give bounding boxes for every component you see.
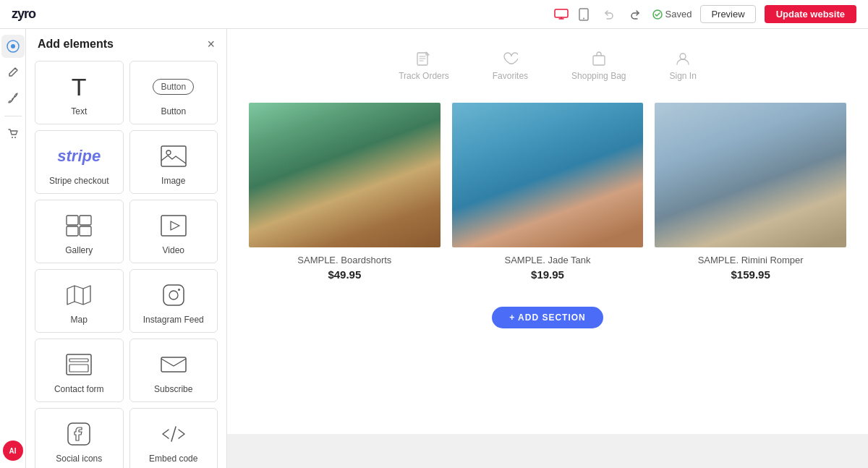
product-img-3: [655, 103, 846, 247]
stripe-element-label: Stripe checkout: [49, 176, 109, 186]
svg-rect-15: [163, 285, 184, 305]
subscribe-element-icon: [156, 351, 191, 378]
canvas-footer: [227, 434, 868, 468]
svg-rect-10: [67, 216, 78, 225]
element-card-stripe[interactable]: stripe Stripe checkout: [35, 130, 124, 194]
instagram-element-icon: [156, 281, 191, 309]
image-element-label: Image: [161, 176, 185, 186]
products-grid: SAMPLE. Boardshorts $49.95 SAMPLE. Jade …: [227, 95, 868, 295]
nav-icons-row: Track Orders Favorites Shopping Bag: [227, 29, 868, 95]
image-element-icon: [156, 142, 191, 170]
svg-rect-14: [161, 216, 186, 236]
sidebar-item-ai[interactable]: AI: [3, 441, 23, 461]
svg-point-2: [583, 17, 584, 19]
gallery-element-icon: [61, 212, 96, 239]
nav-favorites[interactable]: Favorites: [493, 51, 528, 81]
add-section-bar: + ADD SECTION: [227, 295, 868, 340]
embed-element-label: Embed code: [149, 454, 197, 464]
website-canvas: Track Orders Favorites Shopping Bag: [227, 29, 868, 434]
svg-rect-21: [161, 357, 186, 372]
canvas-area: Track Orders Favorites Shopping Bag: [227, 29, 868, 468]
element-card-contactform[interactable]: Contact form: [35, 339, 124, 402]
instagram-element-label: Instagram Feed: [143, 315, 204, 325]
product-name-3: SAMPLE. Rimini Romper: [698, 255, 804, 265]
main-layout: AI Add elements × T Text Button Button: [0, 29, 868, 468]
stripe-element-icon: stripe: [61, 142, 96, 170]
nav-shopping-bag-label: Shopping Bag: [571, 71, 626, 81]
social-element-label: Social icons: [56, 454, 102, 464]
svg-point-5: [11, 44, 15, 48]
update-website-btn[interactable]: Update website: [765, 5, 856, 23]
svg-point-25: [680, 54, 686, 59]
panel-title: Add elements: [38, 38, 114, 51]
element-card-image[interactable]: Image: [129, 130, 218, 194]
svg-point-7: [14, 137, 16, 138]
product-name-2: SAMPLE. Jade Tank: [504, 255, 590, 265]
tablet-icon-btn[interactable]: [576, 5, 592, 24]
nav-track-orders[interactable]: Track Orders: [399, 51, 449, 81]
product-price-1: $49.95: [328, 268, 361, 281]
element-card-map[interactable]: Map: [35, 269, 124, 333]
sidebar-divider: [4, 116, 22, 116]
svg-rect-12: [67, 226, 78, 236]
nav-shopping-bag[interactable]: Shopping Bag: [571, 51, 626, 81]
elements-grid: T Text Button Button stripe Stripe check…: [35, 61, 218, 468]
desktop-icon-btn[interactable]: [551, 6, 571, 23]
element-card-subscribe[interactable]: Subscribe: [129, 339, 218, 402]
svg-rect-13: [80, 226, 91, 236]
product-card-3[interactable]: SAMPLE. Rimini Romper $159.95: [655, 103, 846, 281]
product-img-1: [249, 103, 441, 247]
panel-close-btn[interactable]: ×: [207, 38, 215, 51]
svg-point-16: [169, 291, 178, 299]
element-card-gallery[interactable]: Gallery: [35, 200, 124, 263]
video-element-icon: [156, 212, 191, 239]
sidebar-item-brush[interactable]: [1, 87, 25, 110]
svg-point-9: [166, 150, 171, 155]
nav-sign-in[interactable]: Sign In: [669, 51, 696, 81]
embed-element-icon: [156, 420, 191, 448]
product-price-3: $159.95: [731, 268, 770, 281]
svg-rect-11: [80, 216, 91, 225]
panel-header: Add elements ×: [35, 38, 218, 51]
add-section-btn[interactable]: + ADD SECTION: [492, 307, 603, 328]
product-name-1: SAMPLE. Boardshorts: [297, 255, 391, 265]
gallery-element-label: Gallery: [65, 245, 93, 255]
product-img-2: [452, 103, 644, 247]
element-card-embed[interactable]: Embed code: [129, 408, 218, 468]
topbar-right: Saved Preview Update website: [551, 5, 856, 24]
contactform-element-label: Contact form: [54, 384, 104, 394]
element-card-text[interactable]: T Text: [35, 61, 124, 124]
svg-point-6: [12, 137, 13, 138]
add-elements-panel: Add elements × T Text Button Button: [26, 29, 227, 468]
element-card-instagram[interactable]: Instagram Feed: [129, 269, 218, 333]
sidebar-item-elements[interactable]: [1, 35, 25, 58]
video-element-label: Video: [163, 245, 184, 255]
svg-point-17: [178, 289, 180, 291]
text-element-label: Text: [71, 106, 87, 116]
nav-track-label: Track Orders: [399, 71, 449, 81]
saved-indicator: Saved: [652, 9, 692, 20]
element-card-video[interactable]: Video: [129, 200, 218, 263]
svg-rect-24: [593, 56, 605, 65]
element-card-social[interactable]: Social icons: [35, 408, 124, 468]
svg-rect-8: [161, 146, 186, 166]
contactform-element-icon: [61, 351, 96, 378]
saved-label: Saved: [665, 9, 692, 20]
sidebar-item-pen[interactable]: [1, 61, 25, 84]
subscribe-element-label: Subscribe: [154, 384, 192, 394]
map-element-label: Map: [71, 315, 88, 325]
svg-rect-22: [68, 423, 90, 445]
sidebar-item-cart[interactable]: [1, 122, 25, 145]
map-element-icon: [61, 281, 96, 309]
icon-sidebar: AI: [0, 29, 26, 468]
redo-btn[interactable]: [626, 6, 644, 23]
text-element-icon: T: [61, 73, 96, 101]
svg-rect-19: [69, 359, 88, 362]
product-card-2[interactable]: SAMPLE. Jade Tank $19.95: [452, 103, 644, 281]
nav-favorites-label: Favorites: [493, 71, 528, 81]
element-card-button[interactable]: Button Button: [129, 61, 218, 124]
svg-rect-0: [555, 9, 568, 17]
product-card-1[interactable]: SAMPLE. Boardshorts $49.95: [249, 103, 441, 281]
undo-btn[interactable]: [600, 6, 618, 23]
preview-btn[interactable]: Preview: [700, 5, 755, 23]
